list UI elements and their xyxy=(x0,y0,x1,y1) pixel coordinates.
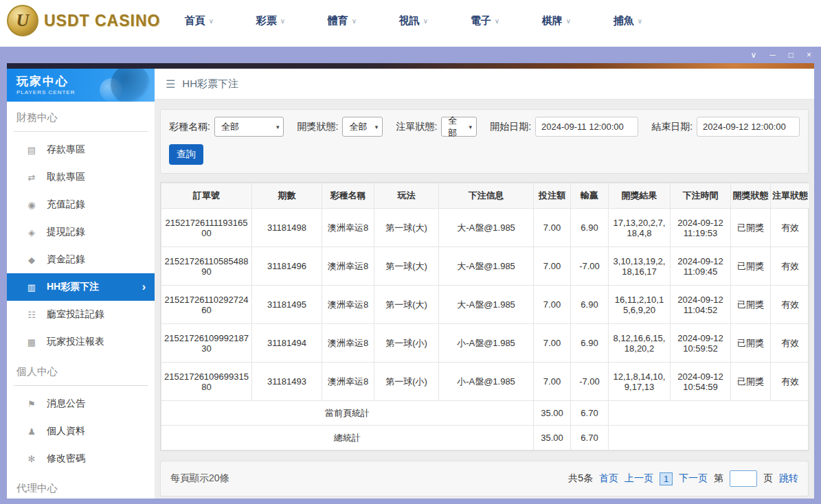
cell-winloss: 6.90 xyxy=(571,286,609,324)
cell-time: 2024-09-12 11:04:52 xyxy=(671,286,731,324)
window-minimize-icon[interactable]: ─ xyxy=(769,51,776,59)
announcement-icon: ⚑ xyxy=(26,399,37,409)
nav-item-slots[interactable]: 電子∨ xyxy=(449,14,521,27)
cell-order-no: 2152172610969931580 xyxy=(161,363,252,401)
sidebar-item-recharge-records[interactable]: ◉ 充值記錄 xyxy=(7,191,155,218)
sidebar-item-hall-bet-records[interactable]: ☷ 廳室投註記錄 xyxy=(7,301,155,328)
sidebar-item-fund-records[interactable]: ◆ 資金記錄 xyxy=(7,246,155,273)
site-header: U USDT CASINO 首頁∨ 彩票∨ 體育∨ 視訊∨ 電子∨ 棋牌∨ 捕魚… xyxy=(0,0,821,41)
recharge-record-icon: ◉ xyxy=(26,200,37,210)
sidebar-item-change-password[interactable]: ✻ 修改密碼 xyxy=(7,445,155,472)
site-nav: 首頁∨ 彩票∨ 體育∨ 視訊∨ 電子∨ 棋牌∨ 捕魚∨ xyxy=(164,14,814,27)
logo-emblem-icon: U xyxy=(7,5,38,36)
chevron-down-icon: ∨ xyxy=(352,17,357,25)
chevron-down-icon: ∨ xyxy=(638,17,642,25)
withdraw-icon: ⇄ xyxy=(26,172,37,183)
window-titlebar: ∨ ─ □ × xyxy=(0,47,821,63)
lottery-select[interactable]: 全部 ▾ xyxy=(214,117,284,137)
filter-panel: 彩種名稱: 全部 ▾ 開獎狀態: 全部 ▾ 注單狀態: xyxy=(160,109,809,174)
prev-page-link[interactable]: 上一页 xyxy=(625,472,653,485)
first-page-link[interactable]: 首页 xyxy=(599,472,618,485)
page-size-text: 每頁顯示20條 xyxy=(170,472,229,485)
cell-period: 31181495 xyxy=(252,286,322,324)
nav-item-label: 捕魚 xyxy=(614,14,634,26)
summary-empty xyxy=(609,401,810,426)
logo-text: USDT CASINO xyxy=(44,12,160,30)
nav-item-home[interactable]: 首頁∨ xyxy=(164,14,235,27)
bet-status-select[interactable]: 全部 ▾ xyxy=(441,117,477,137)
page-jump-input[interactable] xyxy=(730,470,757,487)
sidebar-item-label: 存款專區 xyxy=(47,144,85,156)
cell-result: 16,11,2,10,15,6,9,20 xyxy=(609,286,671,324)
cell-amount: 7.00 xyxy=(534,363,571,401)
summary-winloss: 6.70 xyxy=(571,401,609,426)
column-header-winloss: 輸贏 xyxy=(571,183,609,209)
column-header-draw-status: 開獎狀態 xyxy=(731,183,771,209)
cell-order-no: 2152172611029272460 xyxy=(161,286,252,324)
sidebar-item-player-bet-report[interactable]: ▦ 玩家投注報表 xyxy=(7,328,155,356)
chevron-down-icon: ▾ xyxy=(276,124,280,130)
window-maximize-icon[interactable]: □ xyxy=(789,51,794,59)
end-date-input[interactable] xyxy=(697,117,800,137)
nav-item-label: 棋牌 xyxy=(542,14,563,26)
jump-button[interactable]: 跳转 xyxy=(779,472,798,485)
banner-strip xyxy=(7,63,814,69)
sidebar-item-profile[interactable]: ♟ 個人資料 xyxy=(7,417,155,445)
cell-winloss: 6.90 xyxy=(571,209,609,247)
summary-empty xyxy=(609,426,810,450)
nav-item-fishing[interactable]: 捕魚∨ xyxy=(592,14,664,27)
nav-item-live[interactable]: 視訊∨ xyxy=(378,14,449,27)
cell-lottery: 澳洲幸运8 xyxy=(322,247,374,286)
cell-play: 第一球(大) xyxy=(374,209,439,247)
column-header-lottery: 彩種名稱 xyxy=(322,183,374,209)
section-label-personal: 個人中心 xyxy=(14,365,148,386)
sidebar-item-label: 提現記錄 xyxy=(47,226,85,238)
bet-status-filter-label: 注單狀態: xyxy=(396,121,437,133)
sidebar-item-announcements[interactable]: ⚑ 消息公告 xyxy=(7,390,155,417)
start-date-input[interactable] xyxy=(535,117,638,137)
logo[interactable]: U USDT CASINO xyxy=(7,5,164,36)
column-header-amount: 投注額 xyxy=(534,183,571,209)
cell-draw-status: 已開獎 xyxy=(731,286,771,324)
nav-item-label: 視訊 xyxy=(399,14,420,26)
cell-time: 2024-09-12 11:09:45 xyxy=(671,247,731,286)
window-collapse-icon[interactable]: ∨ xyxy=(750,51,756,59)
nav-item-label: 電子 xyxy=(471,14,491,26)
sidebar-item-withdraw-records[interactable]: ◈ 提現記錄 xyxy=(7,218,155,246)
page-title: HH彩票下注 xyxy=(182,78,238,91)
next-page-link[interactable]: 下一页 xyxy=(679,472,708,485)
chevron-down-icon: ∨ xyxy=(423,17,428,25)
chevron-down-icon: ▾ xyxy=(469,124,472,130)
cell-bet-status: 有效 xyxy=(771,324,810,363)
hamburger-icon[interactable]: ☰ xyxy=(166,78,175,91)
cell-bet-info: 大-A盤@1.985 xyxy=(439,247,534,286)
main-area: ☰ HH彩票下注 彩種名稱: 全部 ▾ 開獎狀態: 全部 xyxy=(155,69,814,499)
nav-item-lottery[interactable]: 彩票∨ xyxy=(235,14,306,27)
sidebar-item-label: 充值記錄 xyxy=(47,198,85,211)
cell-draw-status: 已開獎 xyxy=(731,363,771,401)
window-close-icon[interactable]: × xyxy=(807,51,811,59)
sidebar-subtitle: PLAYERS CENTER xyxy=(16,89,155,95)
deposit-icon: ▤ xyxy=(26,145,37,155)
search-button[interactable]: 查詢 xyxy=(169,144,203,165)
nav-item-cards[interactable]: 棋牌∨ xyxy=(521,14,592,27)
nav-item-label: 首頁 xyxy=(185,14,205,26)
nav-item-sports[interactable]: 體育∨ xyxy=(306,14,378,27)
sidebar-item-label: 修改密碼 xyxy=(47,453,85,465)
sidebar-item-label: 廳室投註記錄 xyxy=(47,308,104,321)
sidebar-item-label: 消息公告 xyxy=(47,398,85,410)
cell-result: 12,1,8,14,10,9,17,13 xyxy=(609,363,671,401)
fund-record-icon: ◆ xyxy=(26,255,37,265)
current-page-indicator[interactable]: 1 xyxy=(660,472,673,485)
profile-icon: ♟ xyxy=(26,426,37,437)
section-label-agent: 代理中心 xyxy=(14,482,148,499)
sidebar-item-deposit[interactable]: ▤ 存款專區 xyxy=(7,136,155,163)
column-header-result: 開獎結果 xyxy=(609,183,671,209)
sidebar-item-label: 玩家投注報表 xyxy=(47,336,104,348)
draw-status-select-value: 全部 xyxy=(349,121,367,133)
sidebar-item-hh-lottery-bets[interactable]: ▥ HH彩票下注 › xyxy=(7,273,155,301)
column-header-period: 期數 xyxy=(252,183,322,209)
sidebar-item-withdraw[interactable]: ⇄ 取款專區 xyxy=(7,163,155,191)
draw-status-select[interactable]: 全部 ▾ xyxy=(342,117,383,137)
cell-amount: 7.00 xyxy=(534,324,571,363)
